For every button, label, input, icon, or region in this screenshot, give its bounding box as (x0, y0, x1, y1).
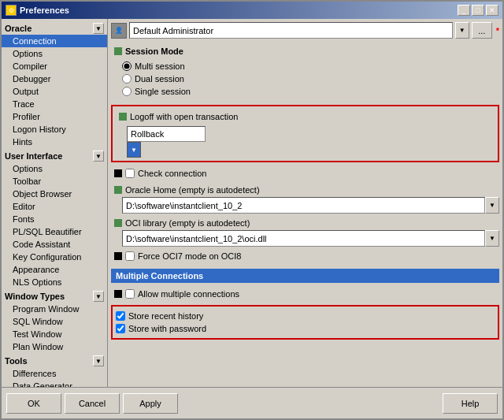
sidebar-item-debugger[interactable]: Debugger (2, 72, 107, 85)
profile-combo-value: Default Administrator (133, 26, 213, 35)
radio-multi-session-label: Multi session (135, 61, 185, 71)
sidebar-item-connection[interactable]: Connection (2, 35, 107, 47)
logoff-dropdown-row: Rollback ▼ (116, 124, 495, 158)
radio-multi-session-input[interactable] (122, 61, 132, 71)
store-recent-row: Store recent history (116, 310, 495, 322)
logoff-dropdown-arrow[interactable]: ▼ (127, 142, 141, 158)
sidebar-item-data-generator[interactable]: Data Generator (2, 380, 107, 387)
profile-icon: 👤 (111, 23, 127, 39)
oci-library-header: OCI library (empty is autodetect) (111, 216, 499, 230)
session-mode-body: Multi session Dual session Single sessio… (111, 58, 499, 101)
ok-button[interactable]: OK (6, 393, 61, 414)
window-types-group-header[interactable]: Window Types ▼ (2, 288, 107, 303)
oracle-home-section: Oracle Home (empty is autodetect) D:\sof… (111, 183, 499, 214)
allow-multiple-checkbox[interactable] (125, 289, 135, 299)
help-button[interactable]: Help (443, 393, 498, 414)
ui-group-header[interactable]: User Interface ▼ (2, 148, 107, 162)
oracle-home-value: D:\software\instantclient_10_2 (126, 201, 242, 210)
title-bar: ⚙ Preferences _ □ ✕ (2, 2, 502, 19)
sidebar-item-plan-window[interactable]: Plan Window (2, 340, 107, 353)
minimize-button[interactable]: _ (458, 5, 470, 16)
logoff-section: Logoff with open transaction Rollback ▼ (111, 105, 499, 162)
sidebar-item-trace[interactable]: Trace (2, 98, 107, 110)
radio-single-session-label: Single session (135, 87, 191, 96)
preferences-window: ⚙ Preferences _ □ ✕ Oracle ▼ Connection … (0, 0, 504, 420)
sidebar: Oracle ▼ Connection Options Compiler Deb… (2, 19, 108, 387)
oracle-group-arrow[interactable]: ▼ (93, 23, 104, 34)
oracle-home-indicator (114, 186, 122, 194)
sidebar-item-code-assistant[interactable]: Code Assistant (2, 238, 107, 251)
sidebar-item-compiler[interactable]: Compiler (2, 60, 107, 72)
sidebar-item-plsql-beautifier[interactable]: PL/SQL Beautifier (2, 225, 107, 238)
sidebar-item-nls-options[interactable]: NLS Options (2, 276, 107, 288)
sidebar-item-fonts[interactable]: Fonts (2, 213, 107, 225)
sidebar-item-logon-history[interactable]: Logon History (2, 123, 107, 136)
tools-group-arrow[interactable]: ▼ (93, 355, 104, 366)
cancel-button[interactable]: Cancel (65, 393, 120, 414)
sidebar-item-key-config[interactable]: Key Configuration (2, 251, 107, 263)
session-mode-section: Session Mode Multi session Dual session … (111, 44, 499, 101)
logoff-header: Logoff with open transaction (116, 110, 495, 124)
profile-combo-arrow[interactable]: ▼ (455, 22, 469, 39)
force-oci7-checkbox[interactable] (125, 251, 135, 261)
logoff-label: Logoff with open transaction (130, 112, 238, 121)
sidebar-item-test-window[interactable]: Test Window (2, 328, 107, 340)
ui-group-arrow[interactable]: ▼ (93, 151, 104, 162)
allow-multiple-row: Allow multiple connections (111, 287, 499, 301)
sidebar-item-output[interactable]: Output (2, 85, 107, 98)
sidebar-item-sql-window[interactable]: SQL Window (2, 315, 107, 328)
window-icon: ⚙ (6, 5, 17, 16)
apply-button[interactable]: Apply (123, 393, 178, 414)
sidebar-item-program-window[interactable]: Program Window (2, 303, 107, 315)
multiple-connections-header: Multiple Connections (111, 269, 499, 283)
oci-library-combo-arrow[interactable]: ▼ (485, 230, 499, 247)
tools-group-header[interactable]: Tools ▼ (2, 353, 107, 367)
window-types-group-arrow[interactable]: ▼ (93, 291, 104, 302)
radio-dual-session-input[interactable] (122, 74, 132, 84)
oracle-home-combo[interactable]: D:\software\instantclient_10_2 (122, 197, 485, 214)
force-oci7-row: Force OCI7 mode on OCI8 (111, 249, 499, 263)
bottom-left-buttons: OK Cancel Apply (6, 393, 178, 414)
profile-ellipsis-button[interactable]: ... (472, 22, 492, 39)
session-mode-indicator (114, 47, 122, 55)
sidebar-item-object-browser[interactable]: Object Browser (2, 188, 107, 200)
profile-combo[interactable]: Default Administrator (129, 22, 453, 39)
force-oci7-indicator (114, 252, 122, 260)
logoff-indicator (119, 113, 127, 121)
oracle-home-combo-row: D:\software\instantclient_10_2 ▼ (111, 197, 499, 214)
sidebar-item-differences[interactable]: Differences (2, 367, 107, 380)
bottom-bar: OK Cancel Apply Help (2, 387, 502, 418)
sidebar-item-options[interactable]: Options (2, 47, 107, 60)
oci-library-indicator (114, 219, 122, 227)
force-oci7-label: Force OCI7 mode on OCI8 (138, 251, 241, 261)
store-recent-checkbox[interactable] (116, 311, 125, 321)
session-mode-header: Session Mode (111, 44, 499, 58)
main-content: Oracle ▼ Connection Options Compiler Deb… (2, 19, 502, 387)
title-buttons: _ □ ✕ (458, 5, 498, 16)
sidebar-item-toolbar[interactable]: Toolbar (2, 175, 107, 188)
allow-multiple-label: Allow multiple connections (138, 289, 239, 299)
window-types-group-label: Window Types (5, 292, 65, 301)
oci-library-section: OCI library (empty is autodetect) D:\sof… (111, 216, 499, 247)
check-connection-checkbox[interactable] (125, 169, 135, 178)
oracle-home-combo-arrow[interactable]: ▼ (485, 197, 499, 214)
sidebar-item-profiler[interactable]: Profiler (2, 110, 107, 123)
sidebar-item-appearance[interactable]: Appearance (2, 263, 107, 276)
oci-library-combo[interactable]: D:\software\instantclient_10_2\oci.dll (122, 230, 485, 247)
right-panel: 👤 Default Administrator ▼ ... * Session … (108, 19, 502, 387)
allow-multiple-indicator (114, 290, 122, 298)
sidebar-item-editor[interactable]: Editor (2, 200, 107, 213)
store-password-row: Store with password (116, 322, 495, 335)
sidebar-item-ui-options[interactable]: Options (2, 162, 107, 175)
maximize-button[interactable]: □ (472, 5, 484, 16)
close-button[interactable]: ✕ (486, 5, 498, 16)
unsaved-indicator: * (496, 26, 499, 35)
logoff-dropdown[interactable]: Rollback (127, 126, 206, 142)
store-password-checkbox[interactable] (116, 324, 125, 333)
oci-library-combo-row: D:\software\instantclient_10_2\oci.dll ▼ (111, 230, 499, 247)
oracle-group-header[interactable]: Oracle ▼ (2, 20, 107, 35)
window-title: Preferences (20, 6, 69, 15)
radio-single-session-input[interactable] (122, 87, 132, 96)
sidebar-item-hints[interactable]: Hints (2, 136, 107, 148)
oracle-home-header: Oracle Home (empty is autodetect) (111, 183, 499, 197)
